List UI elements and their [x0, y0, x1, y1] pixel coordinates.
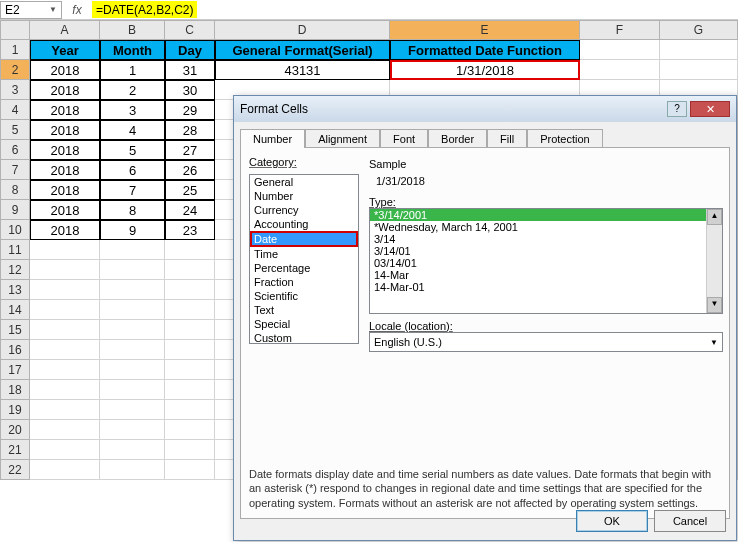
category-special[interactable]: Special	[250, 317, 358, 331]
category-time[interactable]: Time	[250, 247, 358, 261]
cell-b12[interactable]	[100, 260, 165, 280]
type-option[interactable]: 14-Mar	[370, 269, 722, 281]
cell-c12[interactable]	[165, 260, 215, 280]
cell-a22[interactable]	[30, 460, 100, 480]
cell-g1[interactable]	[660, 40, 738, 60]
cell-e2[interactable]: 1/31/2018	[390, 60, 580, 80]
cell-b7[interactable]: 6	[100, 160, 165, 180]
name-box[interactable]: E2 ▼	[0, 1, 62, 19]
scroll-up-icon[interactable]: ▲	[707, 209, 722, 225]
cell-c6[interactable]: 27	[165, 140, 215, 160]
cell-c20[interactable]	[165, 420, 215, 440]
category-date[interactable]: Date	[250, 231, 358, 247]
cell-b22[interactable]	[100, 460, 165, 480]
cell-a12[interactable]	[30, 260, 100, 280]
cell-a7[interactable]: 2018	[30, 160, 100, 180]
cell-b19[interactable]	[100, 400, 165, 420]
cell-a6[interactable]: 2018	[30, 140, 100, 160]
tab-fill[interactable]: Fill	[487, 129, 527, 148]
cell-c9[interactable]: 24	[165, 200, 215, 220]
col-header-b[interactable]: B	[100, 20, 165, 40]
cell-f1[interactable]	[580, 40, 660, 60]
ok-button[interactable]: OK	[576, 510, 648, 532]
cell-b10[interactable]: 9	[100, 220, 165, 240]
scroll-down-icon[interactable]: ▼	[707, 297, 722, 313]
formula-bar[interactable]: =DATE(A2,B2,C2)	[92, 1, 197, 18]
cell-b11[interactable]	[100, 240, 165, 260]
tab-alignment[interactable]: Alignment	[305, 129, 380, 148]
type-option[interactable]: *Wednesday, March 14, 2001	[370, 221, 722, 233]
row-header-5[interactable]: 5	[0, 120, 30, 140]
cell-e1[interactable]: Formatted Date Function	[390, 40, 580, 60]
category-general[interactable]: General	[250, 175, 358, 189]
row-header-1[interactable]: 1	[0, 40, 30, 60]
cell-a14[interactable]	[30, 300, 100, 320]
cell-c2[interactable]: 31	[165, 60, 215, 80]
cell-c13[interactable]	[165, 280, 215, 300]
cell-b2[interactable]: 1	[100, 60, 165, 80]
cell-a1[interactable]: Year	[30, 40, 100, 60]
cell-b16[interactable]	[100, 340, 165, 360]
type-option[interactable]: *3/14/2001	[370, 209, 722, 221]
row-header-14[interactable]: 14	[0, 300, 30, 320]
cell-c15[interactable]	[165, 320, 215, 340]
row-header-2[interactable]: 2	[0, 60, 30, 80]
col-header-a[interactable]: A	[30, 20, 100, 40]
row-header-4[interactable]: 4	[0, 100, 30, 120]
row-header-15[interactable]: 15	[0, 320, 30, 340]
cell-a21[interactable]	[30, 440, 100, 460]
cell-a9[interactable]: 2018	[30, 200, 100, 220]
cell-c22[interactable]	[165, 460, 215, 480]
cell-b3[interactable]: 2	[100, 80, 165, 100]
cell-a19[interactable]	[30, 400, 100, 420]
scrollbar[interactable]: ▲ ▼	[706, 209, 722, 313]
cell-a20[interactable]	[30, 420, 100, 440]
category-scientific[interactable]: Scientific	[250, 289, 358, 303]
cell-b21[interactable]	[100, 440, 165, 460]
cell-c11[interactable]	[165, 240, 215, 260]
type-option[interactable]: 3/14/01	[370, 245, 722, 257]
help-icon[interactable]: ?	[667, 101, 687, 117]
cell-c3[interactable]: 30	[165, 80, 215, 100]
row-header-21[interactable]: 21	[0, 440, 30, 460]
cell-a15[interactable]	[30, 320, 100, 340]
cell-b14[interactable]	[100, 300, 165, 320]
type-option[interactable]: 03/14/01	[370, 257, 722, 269]
fx-icon[interactable]: fx	[62, 3, 92, 17]
row-header-7[interactable]: 7	[0, 160, 30, 180]
category-number[interactable]: Number	[250, 189, 358, 203]
row-header-20[interactable]: 20	[0, 420, 30, 440]
row-header-3[interactable]: 3	[0, 80, 30, 100]
cell-c7[interactable]: 26	[165, 160, 215, 180]
cell-d2[interactable]: 43131	[215, 60, 390, 80]
cell-b15[interactable]	[100, 320, 165, 340]
tab-protection[interactable]: Protection	[527, 129, 603, 148]
cancel-button[interactable]: Cancel	[654, 510, 726, 532]
cell-a10[interactable]: 2018	[30, 220, 100, 240]
col-header-d[interactable]: D	[215, 20, 390, 40]
cell-a3[interactable]: 2018	[30, 80, 100, 100]
cell-b8[interactable]: 7	[100, 180, 165, 200]
cell-b4[interactable]: 3	[100, 100, 165, 120]
cell-a2[interactable]: 2018	[30, 60, 100, 80]
cell-b1[interactable]: Month	[100, 40, 165, 60]
dialog-titlebar[interactable]: Format Cells ? ✕	[234, 96, 736, 122]
cell-a11[interactable]	[30, 240, 100, 260]
tab-border[interactable]: Border	[428, 129, 487, 148]
row-header-18[interactable]: 18	[0, 380, 30, 400]
row-header-16[interactable]: 16	[0, 340, 30, 360]
cell-c4[interactable]: 29	[165, 100, 215, 120]
col-header-g[interactable]: G	[660, 20, 738, 40]
cell-a5[interactable]: 2018	[30, 120, 100, 140]
category-percentage[interactable]: Percentage	[250, 261, 358, 275]
cell-c1[interactable]: Day	[165, 40, 215, 60]
cell-c5[interactable]: 28	[165, 120, 215, 140]
cell-b17[interactable]	[100, 360, 165, 380]
category-text[interactable]: Text	[250, 303, 358, 317]
col-header-c[interactable]: C	[165, 20, 215, 40]
cell-d1[interactable]: General Format(Serial)	[215, 40, 390, 60]
cell-c18[interactable]	[165, 380, 215, 400]
cell-c10[interactable]: 23	[165, 220, 215, 240]
cell-a13[interactable]	[30, 280, 100, 300]
row-header-11[interactable]: 11	[0, 240, 30, 260]
